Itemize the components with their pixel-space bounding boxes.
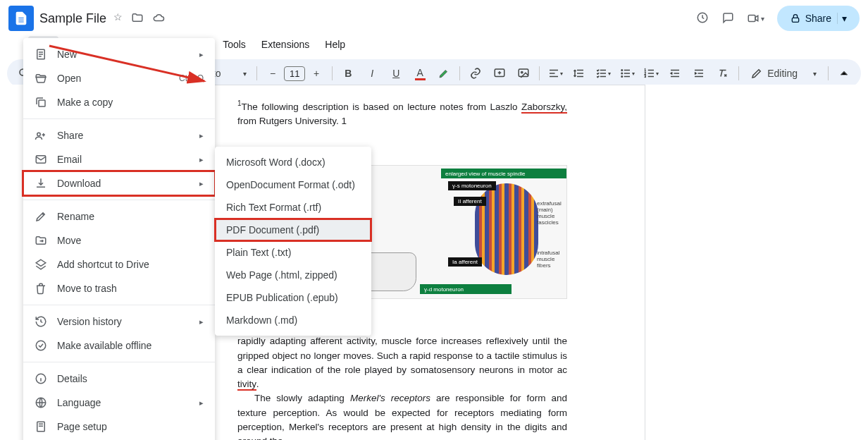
meet-icon[interactable]: ▾ xyxy=(747,12,764,25)
collapse-toolbar-icon[interactable] xyxy=(833,62,855,85)
file-menu-dropdown: New▸OpenCtrl+OMake a copyShare▸Email▸Dow… xyxy=(23,38,215,440)
increase-indent-button[interactable] xyxy=(688,62,710,85)
rename-icon xyxy=(35,210,47,223)
download-option-plain-text-txt-[interactable]: Plain Text (.txt) xyxy=(215,241,371,264)
file-menu-item-email[interactable]: Email▸ xyxy=(23,147,215,171)
file-menu-item-download[interactable]: Download▸ xyxy=(23,171,215,195)
svg-text:3: 3 xyxy=(645,75,647,78)
file-menu-item-details[interactable]: Details xyxy=(23,367,215,391)
download-option-opendocument-format-odt-[interactable]: OpenDocument Format (.odt) xyxy=(215,173,371,196)
clear-formatting-button[interactable] xyxy=(712,62,734,85)
menu-help[interactable]: Help xyxy=(318,36,352,53)
highlight-button[interactable] xyxy=(433,62,455,85)
svg-point-9 xyxy=(621,76,623,78)
copy-icon xyxy=(35,96,47,109)
info-icon xyxy=(35,372,47,385)
decrease-font-size[interactable]: − xyxy=(261,62,284,85)
svg-point-8 xyxy=(621,73,623,74)
share-icon xyxy=(35,129,47,142)
globe-icon xyxy=(35,396,47,409)
last-edit-icon[interactable] xyxy=(696,11,709,26)
pagesetup-icon xyxy=(35,420,47,433)
svg-point-15 xyxy=(37,133,41,136)
trash-icon xyxy=(35,282,47,295)
insert-link-button[interactable] xyxy=(464,62,487,85)
font-size-input[interactable]: 11 xyxy=(284,66,305,81)
line-spacing-button[interactable] xyxy=(568,62,590,85)
align-button[interactable]: ▾ xyxy=(544,62,566,85)
download-option-pdf-document-pdf-[interactable]: PDF Document (.pdf) xyxy=(215,219,371,241)
download-submenu: Microsoft Word (.docx)OpenDocument Forma… xyxy=(215,147,371,336)
text-color-button[interactable]: A xyxy=(409,62,431,85)
italic-button[interactable]: I xyxy=(361,62,383,85)
editing-mode-button[interactable]: Editing ▾ xyxy=(743,63,824,84)
svg-point-17 xyxy=(36,341,46,350)
share-dropdown-icon[interactable]: ▾ xyxy=(837,13,847,24)
file-menu-item-rename[interactable]: Rename xyxy=(23,204,215,228)
underline-button[interactable]: U xyxy=(385,62,407,85)
svg-point-6 xyxy=(521,71,523,73)
file-menu-item-make-available-offline[interactable]: Make available offline xyxy=(23,334,215,358)
download-option-epub-publication-epub-[interactable]: EPUB Publication (.epub) xyxy=(215,286,371,309)
document-title[interactable]: Sample File xyxy=(39,11,106,26)
file-menu-item-language[interactable]: Language▸ xyxy=(23,391,215,415)
download-option-web-page-html-zipped-[interactable]: Web Page (.html, zipped) xyxy=(215,264,371,286)
file-menu-item-move[interactable]: Move xyxy=(23,228,215,252)
menu-extensions[interactable]: Extensions xyxy=(254,36,316,53)
mail-icon xyxy=(35,153,47,166)
svg-rect-14 xyxy=(39,100,45,106)
shortcut-icon xyxy=(35,258,47,271)
decrease-indent-button[interactable] xyxy=(664,62,686,85)
download-option-markdown-md-[interactable]: Markdown (.md) xyxy=(215,309,371,331)
insert-image-button[interactable] xyxy=(512,62,535,85)
move-icon xyxy=(35,234,47,247)
download-option-microsoft-word-docx-[interactable]: Microsoft Word (.docx) xyxy=(215,151,371,173)
file-menu-item-open[interactable]: OpenCtrl+O xyxy=(23,66,215,90)
star-icon[interactable]: ☆ xyxy=(113,11,123,26)
file-menu-item-page-setup[interactable]: Page setup xyxy=(23,415,215,439)
file-menu-item-move-to-trash[interactable]: Move to trash xyxy=(23,276,215,300)
menu-tools[interactable]: Tools xyxy=(216,36,253,53)
file-menu-item-add-shortcut-to-drive[interactable]: Add shortcut to Drive xyxy=(23,252,215,276)
move-folder-icon[interactable] xyxy=(131,11,144,26)
svg-rect-1 xyxy=(748,16,755,22)
share-button[interactable]: Share ▾ xyxy=(777,6,860,31)
numbered-list-button[interactable]: 123▾ xyxy=(640,62,662,85)
checklist-button[interactable]: ▾ xyxy=(592,62,614,85)
docs-app-icon[interactable] xyxy=(8,6,34,31)
increase-font-size[interactable]: + xyxy=(305,62,328,85)
bulleted-list-button[interactable]: ▾ xyxy=(616,62,638,85)
file-menu-item-new[interactable]: New▸ xyxy=(23,42,215,66)
download-option-rich-text-format-rtf-[interactable]: Rich Text Format (.rtf) xyxy=(215,196,371,219)
doc-icon xyxy=(35,48,47,61)
bold-button[interactable]: B xyxy=(337,62,359,85)
add-comment-button[interactable] xyxy=(488,62,511,85)
file-menu-item-version-history[interactable]: Version history▸ xyxy=(23,310,215,334)
file-menu-item-share[interactable]: Share▸ xyxy=(23,123,215,147)
offline-icon xyxy=(35,339,47,352)
history-icon xyxy=(35,315,47,328)
download-icon xyxy=(35,177,47,190)
file-menu-item-make-a-copy[interactable]: Make a copy xyxy=(23,90,215,114)
svg-rect-2 xyxy=(792,18,798,22)
comments-icon[interactable] xyxy=(721,11,734,26)
svg-point-7 xyxy=(621,70,623,71)
open-icon xyxy=(35,72,47,85)
cloud-status-icon[interactable] xyxy=(152,11,165,26)
